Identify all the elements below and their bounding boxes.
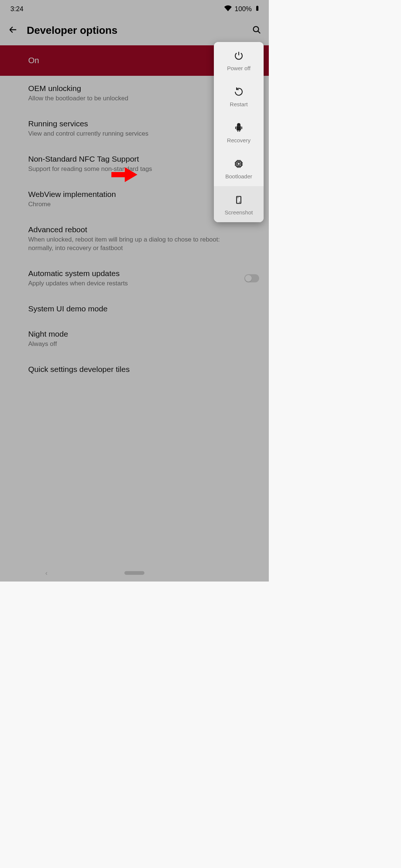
- battery-icon: [255, 4, 260, 14]
- app-bar: Developer options: [0, 16, 269, 45]
- annotation-arrow: [111, 167, 137, 184]
- power-label: Screenshot: [225, 209, 253, 216]
- power-label: Restart: [230, 101, 248, 107]
- setting-title: Night mode: [28, 330, 261, 339]
- power-menu-recovery[interactable]: Recovery: [214, 114, 264, 150]
- setting-sub: Apply updates when device restarts: [28, 279, 236, 288]
- chip-icon: [233, 158, 244, 169]
- setting-sub: Always off: [28, 340, 236, 349]
- power-icon: [233, 50, 244, 61]
- power-label: Power off: [227, 65, 250, 71]
- nav-bar: ‹: [0, 564, 269, 582]
- search-button[interactable]: [252, 25, 261, 36]
- setting-title: Automatic system updates: [28, 269, 261, 278]
- toggle-auto-updates[interactable]: [244, 274, 259, 282]
- svg-rect-2: [235, 127, 236, 129]
- status-time: 3:24: [10, 5, 23, 13]
- restart-icon: [233, 86, 244, 97]
- power-label: Bootloader: [225, 173, 252, 179]
- power-menu-screenshot[interactable]: Screenshot: [214, 186, 264, 222]
- android-icon: [233, 122, 244, 133]
- svg-marker-10: [125, 167, 137, 182]
- power-menu-bootloader[interactable]: Bootloader: [214, 150, 264, 186]
- wifi-icon: [224, 4, 232, 14]
- status-bar: 3:24 100%: [0, 0, 269, 16]
- setting-night-mode[interactable]: Night mode Always off: [0, 321, 269, 357]
- screenshot-icon: [233, 194, 244, 205]
- setting-sub: View and control currently running servi…: [28, 130, 236, 138]
- svg-rect-6: [236, 161, 241, 166]
- power-menu: Power off Restart Recovery Bootloader Sc: [214, 42, 264, 222]
- setting-sub: Chrome: [28, 200, 236, 209]
- svg-rect-4: [238, 130, 238, 132]
- setting-title: System UI demo mode: [28, 304, 261, 313]
- svg-rect-9: [111, 172, 125, 177]
- setting-sub: When unlocked, reboot item will bring up…: [28, 236, 236, 253]
- setting-advanced-reboot[interactable]: Advanced reboot When unlocked, reboot it…: [0, 217, 269, 261]
- screen: 3:24 100% Developer options On OEM unloc…: [0, 0, 269, 582]
- svg-rect-3: [241, 127, 242, 129]
- svg-rect-1: [237, 126, 241, 130]
- power-menu-restart[interactable]: Restart: [214, 78, 264, 114]
- setting-title: Advanced reboot: [28, 225, 261, 234]
- setting-ui-demo-mode[interactable]: System UI demo mode: [0, 296, 269, 321]
- svg-rect-8: [237, 197, 241, 204]
- power-label: Recovery: [227, 137, 250, 143]
- master-toggle-label: On: [28, 56, 39, 65]
- power-menu-power-off[interactable]: Power off: [214, 42, 264, 78]
- status-battery-pct: 100%: [235, 5, 252, 13]
- setting-title: Quick settings developer tiles: [28, 365, 261, 374]
- back-button[interactable]: [8, 25, 18, 36]
- svg-rect-7: [238, 163, 240, 165]
- setting-auto-updates[interactable]: Automatic system updates Apply updates w…: [0, 261, 269, 296]
- nav-back-caret[interactable]: ‹: [45, 569, 48, 577]
- setting-qs-tiles[interactable]: Quick settings developer tiles: [0, 357, 269, 382]
- nav-home-pill[interactable]: [124, 571, 144, 575]
- svg-rect-5: [239, 130, 240, 132]
- page-title: Developer options: [27, 25, 243, 36]
- setting-sub: Allow the bootloader to be unlocked: [28, 94, 236, 103]
- svg-point-0: [253, 26, 258, 32]
- status-right: 100%: [224, 4, 260, 14]
